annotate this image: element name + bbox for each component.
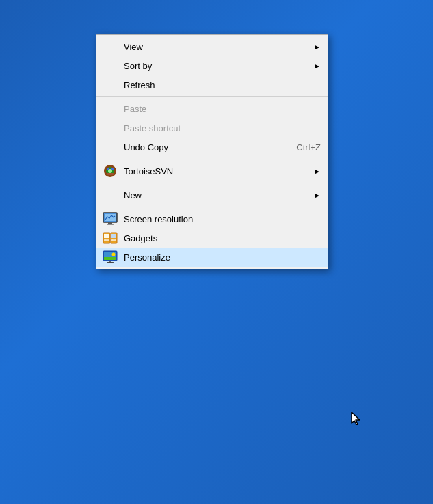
menu-item-undo-copy[interactable]: Undo Copy Ctrl+Z [96, 137, 328, 157]
paste-label: Paste [124, 104, 146, 114]
submenu-arrow-view: ► [314, 43, 321, 51]
svg-rect-5 [107, 173, 114, 175]
svg-rect-23 [109, 261, 111, 262]
svg-rect-15 [111, 234, 116, 238]
gadgets-icon [102, 230, 118, 246]
refresh-label: Refresh [124, 80, 155, 90]
tortoisesvn-label: TortoiseSVN [124, 166, 173, 176]
personalize-icon [102, 249, 118, 265]
submenu-arrow-sort: ► [314, 62, 321, 70]
separator-4 [96, 207, 328, 207]
screen-resolution-label: Screen resolution [124, 214, 193, 224]
svg-point-4 [111, 168, 114, 170]
menu-item-tortoisesvn[interactable]: TortoiseSVN ► [96, 161, 328, 181]
context-menu: View ► Sort by ► Refresh Paste Paste sho… [96, 34, 328, 269]
desktop: View ► Sort by ► Refresh Paste Paste sho… [0, 0, 433, 504]
svg-marker-25 [352, 412, 360, 425]
mouse-cursor [350, 411, 361, 429]
svg-rect-13 [107, 239, 109, 241]
undo-copy-label: Undo Copy [124, 142, 168, 152]
svg-rect-9 [107, 224, 114, 225]
menu-item-paste-shortcut[interactable]: Paste shortcut [96, 118, 328, 137]
svg-rect-17 [114, 239, 116, 241]
screen-resolution-icon [102, 211, 118, 227]
submenu-arrow-new: ► [314, 191, 321, 199]
menu-item-personalize[interactable]: Personalize [96, 248, 328, 267]
separator-2 [96, 159, 328, 159]
menu-item-view[interactable]: View ► [96, 37, 328, 56]
undo-copy-shortcut: Ctrl+Z [276, 142, 321, 152]
menu-item-new[interactable]: New ► [96, 185, 328, 204]
menu-item-sort-by[interactable]: Sort by ► [96, 56, 328, 75]
svg-point-22 [112, 253, 116, 256]
view-label: View [124, 42, 143, 52]
svg-rect-24 [107, 262, 114, 263]
svg-rect-21 [104, 257, 116, 260]
svg-rect-8 [108, 222, 112, 224]
submenu-arrow-tortoise: ► [314, 168, 321, 175]
new-label: New [124, 190, 142, 200]
svg-rect-11 [104, 234, 109, 238]
paste-shortcut-label: Paste shortcut [124, 123, 181, 133]
svg-rect-12 [104, 239, 107, 241]
separator-1 [96, 96, 328, 97]
menu-item-paste[interactable]: Paste [96, 99, 328, 118]
menu-item-screen-resolution[interactable]: Screen resolution [96, 209, 328, 228]
menu-item-gadgets[interactable]: Gadgets [96, 228, 328, 248]
svg-point-3 [107, 168, 109, 170]
menu-item-refresh[interactable]: Refresh [96, 75, 328, 94]
personalize-label: Personalize [124, 252, 170, 263]
svg-rect-16 [111, 239, 114, 241]
tortoise-icon [102, 163, 118, 179]
sort-by-label: Sort by [124, 61, 152, 71]
gadgets-label: Gadgets [124, 233, 157, 243]
separator-3 [96, 183, 328, 183]
